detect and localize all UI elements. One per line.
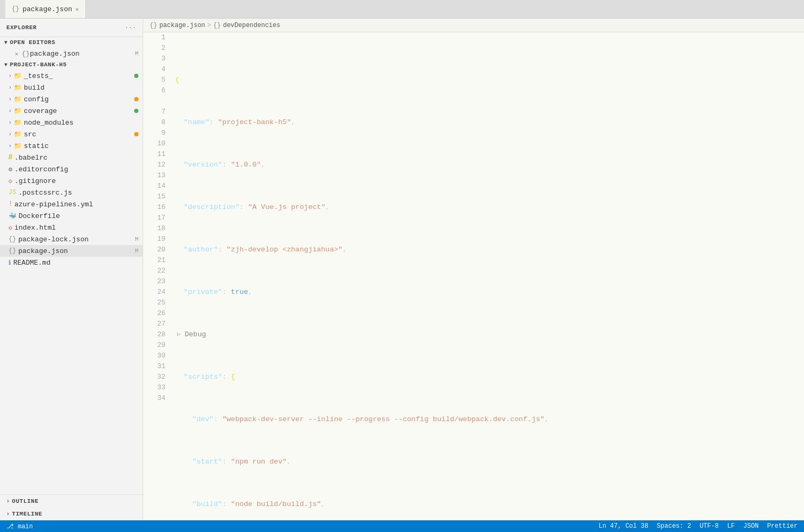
modified-dot [134, 74, 138, 78]
encoding[interactable]: UTF-8 [700, 522, 719, 530]
folder-icon: 📁 [14, 95, 22, 103]
cursor-position[interactable]: Ln 47, Col 38 [599, 522, 649, 530]
folder-label: coverage [24, 107, 57, 115]
folder-label: src [24, 130, 36, 138]
spaces-indicator[interactable]: Spaces: 2 [657, 522, 691, 530]
editor-area: {} package.json > {} devDependencies 1 2… [143, 19, 804, 520]
sidebar-item-readme[interactable]: ℹ README.md [0, 257, 143, 268]
sidebar-item-dockerfile[interactable]: 🐳 Dockerfile [0, 210, 143, 222]
code-content[interactable]: { "name": "project-bank-h5", "version": … [170, 32, 804, 520]
sidebar-item-package-lock[interactable]: {} package-lock.json M [0, 233, 143, 245]
open-editors-arrow: ▼ [4, 40, 8, 46]
code-line-7: "scripts": { [175, 372, 804, 382]
folder-icon: 📁 [14, 142, 22, 150]
sidebar-item-node-modules[interactable]: › 📁 node_modules [0, 117, 143, 128]
folder-icon: 📁 [14, 130, 22, 138]
folder-label: _tests_ [24, 72, 53, 80]
folder-icon: 📁 [14, 119, 22, 127]
sidebar-item-babelrc[interactable]: B .babelrc [0, 152, 143, 163]
open-file-package-json[interactable]: ✕ {} package.json M [0, 48, 143, 59]
file-label: Dockerfile [19, 212, 60, 220]
file-docker-icon: 🐳 [8, 212, 16, 220]
git-branch[interactable]: ⎇ main [6, 522, 33, 530]
code-line-1: { [175, 75, 804, 85]
code-line-6: "private": true, [175, 287, 804, 298]
line-numbers: 1 2 3 4 5 6 7 8 9 10 11 12 13 14 15 16 1… [143, 32, 170, 520]
tab-label: package.json [22, 5, 72, 13]
sidebar-item-azure[interactable]: ! azure-pipelines.yml [0, 198, 143, 210]
language-mode[interactable]: JSON [744, 522, 759, 530]
outline-arrow: › [6, 499, 10, 504]
sidebar-item-indexhtml[interactable]: ◇ index.html [0, 222, 143, 233]
breadcrumb-filename[interactable]: package.json [159, 22, 205, 29]
file-json-icon: {} [22, 50, 30, 58]
tab-package-json[interactable]: {} package.json ✕ [5, 0, 86, 18]
file-json-icon: {} [8, 236, 16, 243]
line-ending[interactable]: LF [727, 522, 735, 530]
explorer-title: EXPLORER [6, 24, 37, 31]
sidebar-item-gitignore[interactable]: ◇ .gitignore [0, 175, 143, 187]
folder-arrow: › [8, 73, 12, 79]
sidebar-item-postcssrc[interactable]: JS .postcssrc.js [0, 187, 143, 198]
breadcrumb-file: {} [150, 22, 157, 29]
timeline-arrow: › [6, 511, 10, 517]
sidebar-item-config[interactable]: › 📁 config [0, 93, 143, 105]
status-bar: ⎇ main Ln 47, Col 38 Spaces: 2 UTF-8 LF … [0, 520, 804, 532]
file-json-icon: {} [8, 247, 16, 255]
modified-dot [134, 109, 138, 113]
sidebar-item-package-json[interactable]: {} package.json M [0, 245, 143, 257]
project-file-tree: › 📁 _tests_ › 📁 build › 📁 config › 📁 cov… [0, 70, 143, 268]
formatter[interactable]: Prettier [767, 522, 798, 530]
code-line-4: "description": "A Vue.js project", [175, 202, 804, 213]
sidebar-item-coverage[interactable]: › 📁 coverage [0, 105, 143, 117]
sidebar-item-build[interactable]: › 📁 build [0, 82, 143, 93]
modified-badge: M [135, 50, 138, 57]
main-layout: EXPLORER ··· ▼ OPEN EDITORS ✕ {} package… [0, 19, 804, 520]
file-label: .postcssrc.js [18, 189, 72, 197]
sidebar-item-tests[interactable]: › 📁 _tests_ [0, 70, 143, 82]
code-line-8: "dev": "webpack-dev-server --inline --pr… [175, 414, 804, 425]
explorer-more-icon[interactable]: ··· [125, 24, 136, 31]
file-git-icon: ◇ [8, 177, 12, 185]
file-html-icon: ◇ [8, 224, 12, 232]
breadcrumb-icon2: {} [213, 22, 221, 29]
file-label: .babelrc [14, 154, 47, 162]
file-label: package.json [18, 247, 68, 255]
folder-arrow: › [8, 120, 12, 126]
timeline-section[interactable]: › TIMELINE [0, 508, 143, 520]
folder-arrow: › [8, 143, 12, 149]
breadcrumb: {} package.json > {} devDependencies [143, 19, 804, 32]
file-b-icon: B [8, 154, 12, 161]
project-header[interactable]: ▼ PROJECT-BANK-H5 [0, 59, 143, 70]
file-label: README.md [13, 259, 50, 267]
file-close-icon[interactable]: ✕ [15, 50, 19, 57]
folder-icon: 📁 [14, 107, 22, 115]
sidebar-item-src[interactable]: › 📁 src [0, 128, 143, 140]
sidebar-bottom: › OUTLINE › TIMELINE [0, 494, 143, 520]
modified-dot [134, 97, 138, 101]
open-file-label: package.json [30, 50, 80, 58]
file-label: .gitignore [14, 177, 56, 185]
file-label: .editorconfig [14, 165, 68, 173]
folder-label: config [24, 95, 49, 103]
explorer-header: EXPLORER ··· [0, 19, 143, 37]
open-editors-section[interactable]: ▼ OPEN EDITORS [0, 37, 143, 48]
sidebar-item-static[interactable]: › 📁 static [0, 140, 143, 152]
modified-badge: M [135, 248, 138, 254]
breadcrumb-section[interactable]: devDependencies [223, 22, 280, 29]
code-line-10: "build": "node build/build.js", [175, 499, 804, 510]
debug-label: Debug [180, 329, 206, 340]
code-line-2: "name": "project-bank-h5", [175, 117, 804, 128]
tab-close-button[interactable]: ✕ [75, 6, 79, 13]
sidebar-item-editorconfig[interactable]: ⚙ .editorconfig [0, 163, 143, 175]
code-line-3: "version": "1.0.0", [175, 160, 804, 170]
modified-dot [134, 132, 138, 136]
folder-arrow: › [8, 132, 12, 137]
folder-label: node_modules [24, 119, 74, 127]
outline-section[interactable]: › OUTLINE [0, 495, 143, 508]
code-editor[interactable]: 1 2 3 4 5 6 7 8 9 10 11 12 13 14 15 16 1… [143, 32, 804, 520]
modified-badge: M [135, 236, 138, 242]
file-label: index.html [14, 224, 56, 232]
file-js-icon: JS [8, 189, 16, 196]
folder-icon: 📁 [14, 84, 22, 92]
